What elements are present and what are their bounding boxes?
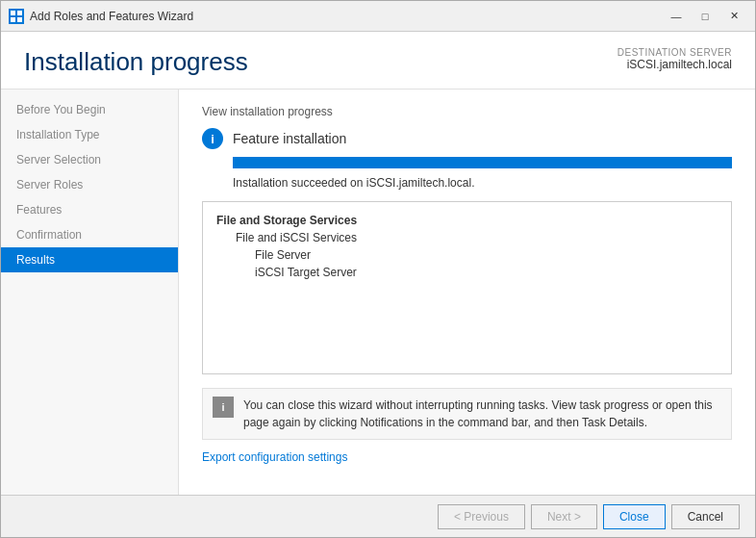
feature-row: i Feature installation bbox=[202, 128, 732, 149]
destination-server: DESTINATION SERVER iSCSI.jamiltech.local bbox=[617, 47, 732, 71]
minimize-button[interactable]: — bbox=[663, 7, 690, 26]
next-button[interactable]: Next > bbox=[531, 504, 597, 529]
page-title: Installation progress bbox=[24, 47, 248, 77]
results-item: File and Storage Services bbox=[216, 212, 718, 229]
sidebar-item[interactable]: Installation Type bbox=[1, 122, 178, 147]
window-title: Add Roles and Features Wizard bbox=[30, 10, 663, 23]
section-label: View installation progress bbox=[202, 105, 732, 118]
info-icon: i bbox=[202, 128, 223, 149]
maximize-button[interactable]: □ bbox=[692, 7, 718, 26]
svg-rect-1 bbox=[17, 11, 22, 15]
content-area: Before You BeginInstallation TypeServer … bbox=[1, 90, 755, 495]
progress-bar-fill bbox=[233, 157, 732, 168]
main-content: View installation progress i Feature ins… bbox=[179, 90, 755, 495]
close-button[interactable]: Close bbox=[603, 504, 666, 529]
sidebar-item[interactable]: Server Roles bbox=[1, 172, 178, 197]
svg-rect-3 bbox=[17, 17, 22, 22]
notification-text: You can close this wizard without interr… bbox=[243, 397, 721, 431]
notification-icon: i bbox=[213, 397, 234, 418]
notification-row: i You can close this wizard without inte… bbox=[202, 388, 732, 440]
previous-button[interactable]: < Previous bbox=[438, 504, 525, 529]
footer: < Previous Next > Close Cancel bbox=[1, 495, 755, 537]
svg-rect-2 bbox=[11, 17, 15, 22]
destination-name: iSCSI.jamiltech.local bbox=[617, 58, 732, 71]
progress-bar-container bbox=[233, 157, 732, 168]
sidebar-item[interactable]: Confirmation bbox=[1, 222, 178, 247]
header: Installation progress DESTINATION SERVER… bbox=[1, 32, 755, 90]
sidebar: Before You BeginInstallation TypeServer … bbox=[1, 90, 179, 495]
title-bar: Add Roles and Features Wizard — □ ✕ bbox=[1, 1, 755, 32]
app-icon bbox=[9, 9, 24, 24]
results-box: File and Storage ServicesFile and iSCSI … bbox=[202, 201, 732, 374]
cancel-button[interactable]: Cancel bbox=[671, 504, 740, 529]
results-item: iSCSI Target Server bbox=[216, 264, 718, 281]
window-close-button[interactable]: ✕ bbox=[720, 7, 747, 26]
sidebar-item[interactable]: Server Selection bbox=[1, 147, 178, 172]
success-text: Installation succeeded on iSCSI.jamiltec… bbox=[202, 176, 732, 190]
sidebar-item[interactable]: Before You Begin bbox=[1, 97, 178, 122]
results-item: File and iSCSI Services bbox=[216, 229, 718, 246]
sidebar-item[interactable]: Features bbox=[1, 197, 178, 222]
export-link[interactable]: Export configuration settings bbox=[202, 450, 347, 464]
window-controls: — □ ✕ bbox=[663, 7, 747, 26]
destination-label: DESTINATION SERVER bbox=[617, 47, 732, 58]
svg-rect-0 bbox=[11, 11, 15, 15]
sidebar-item[interactable]: Results bbox=[1, 247, 178, 272]
feature-title: Feature installation bbox=[233, 131, 346, 146]
main-window: Add Roles and Features Wizard — □ ✕ Inst… bbox=[0, 0, 756, 538]
results-item: File Server bbox=[216, 246, 718, 264]
